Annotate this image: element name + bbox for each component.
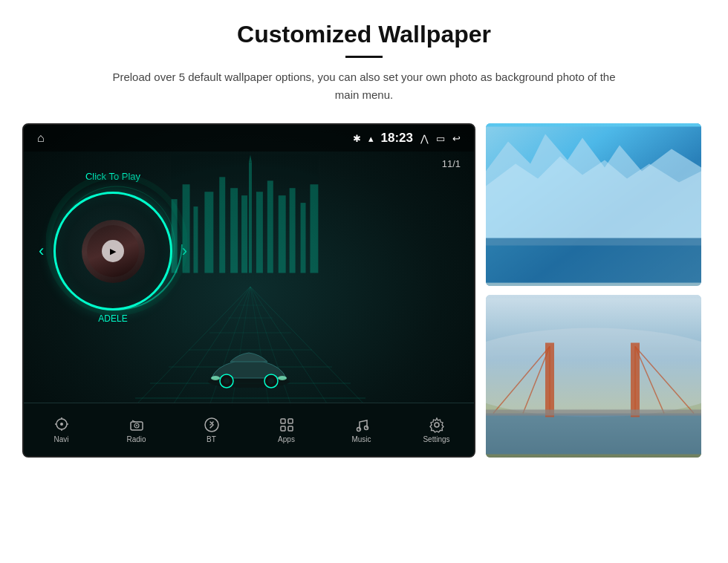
city-skyline: [24, 154, 474, 273]
status-bar: ⌂ ✱ ▴ 18:23 ⋀ ▭ ↩: [24, 125, 474, 152]
svg-rect-56: [301, 203, 306, 273]
page-title: Customized Wallpaper: [59, 21, 669, 48]
svg-point-24: [268, 378, 274, 384]
back-icon: ↩: [452, 133, 461, 144]
nav-bt[interactable]: BT: [186, 417, 238, 443]
svg-point-20: [278, 376, 287, 380]
car-screen: ⌂ ✱ ▴ 18:23 ⋀ ▭ ↩ 11/1 Click To Play ‹: [22, 123, 475, 458]
svg-point-26: [60, 423, 63, 426]
svg-marker-51: [249, 155, 252, 163]
svg-rect-36: [281, 419, 285, 423]
navi-label: Navi: [53, 435, 68, 443]
svg-rect-37: [288, 419, 293, 423]
svg-rect-49: [241, 195, 247, 273]
svg-rect-39: [288, 426, 293, 431]
settings-icon: [429, 417, 445, 433]
navi-icon: [53, 417, 70, 433]
radio-icon: [129, 417, 145, 433]
svg-rect-45: [193, 206, 198, 273]
main-content: ⌂ ✱ ▴ 18:23 ⋀ ▭ ↩ 11/1 Click To Play ‹: [0, 116, 728, 563]
svg-rect-53: [267, 180, 273, 273]
svg-rect-48: [230, 188, 238, 273]
apps-label: Apps: [278, 435, 295, 443]
svg-point-33: [136, 425, 137, 426]
svg-rect-73: [486, 410, 701, 416]
svg-point-23: [224, 378, 230, 384]
apps-icon: [279, 417, 295, 433]
bridge-svg: [486, 295, 701, 458]
music-label: Music: [351, 435, 371, 443]
music-icon: [354, 417, 370, 433]
wallpaper-ice[interactable]: [486, 123, 701, 286]
wallpaper-bridge[interactable]: [486, 295, 701, 458]
nav-apps[interactable]: Apps: [261, 417, 313, 443]
svg-point-40: [357, 427, 360, 431]
home-icon: ⌂: [37, 131, 45, 145]
svg-rect-64: [486, 414, 701, 455]
signal-icon: ▴: [368, 133, 374, 144]
svg-rect-55: [290, 188, 296, 273]
expand-icon: ⋀: [420, 133, 429, 144]
bt-icon: [204, 417, 220, 433]
svg-point-35: [205, 418, 218, 432]
title-divider: [345, 56, 383, 58]
svg-rect-44: [183, 184, 190, 273]
svg-rect-52: [256, 192, 263, 273]
car-visual: [193, 341, 305, 397]
bt-label: BT: [207, 435, 216, 443]
svg-point-41: [364, 426, 368, 429]
bottom-nav: Navi Radio BT: [24, 403, 474, 456]
clock: 18:23: [381, 131, 413, 146]
artist-name: ADELE: [39, 313, 187, 324]
svg-rect-43: [172, 199, 178, 273]
svg-rect-50: [249, 162, 252, 273]
svg-point-19: [211, 376, 220, 380]
status-right: ✱ ▴ 18:23 ⋀ ▭ ↩: [353, 131, 461, 146]
car-svg: [193, 341, 305, 397]
page-header: Customized Wallpaper Preload over 5 defa…: [0, 0, 728, 116]
settings-label: Settings: [423, 435, 449, 443]
bt-status-icon: ✱: [353, 133, 361, 144]
ice-svg: [486, 123, 701, 286]
nav-settings[interactable]: Settings: [411, 417, 463, 443]
svg-rect-38: [281, 426, 285, 431]
svg-rect-46: [204, 192, 213, 273]
nav-radio[interactable]: Radio: [111, 417, 163, 443]
svg-point-63: [486, 328, 701, 417]
page-description: Preload over 5 default wallpaper options…: [104, 68, 624, 104]
nav-music[interactable]: Music: [336, 417, 388, 443]
svg-rect-54: [279, 195, 286, 273]
window-icon: ▭: [436, 133, 445, 144]
svg-rect-57: [310, 184, 318, 273]
side-images: [486, 123, 701, 458]
svg-point-42: [435, 423, 439, 427]
nav-navi[interactable]: Navi: [36, 417, 88, 443]
svg-rect-61: [486, 238, 701, 283]
svg-rect-47: [219, 177, 225, 273]
radio-label: Radio: [126, 435, 146, 443]
